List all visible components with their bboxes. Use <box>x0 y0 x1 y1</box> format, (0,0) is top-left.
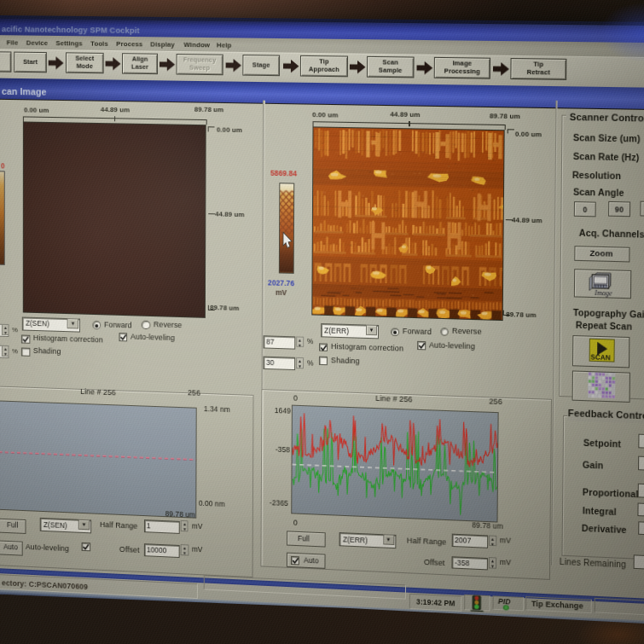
svg-text:Image: Image <box>594 289 612 298</box>
svg-text:SCAN: SCAN <box>590 353 611 362</box>
